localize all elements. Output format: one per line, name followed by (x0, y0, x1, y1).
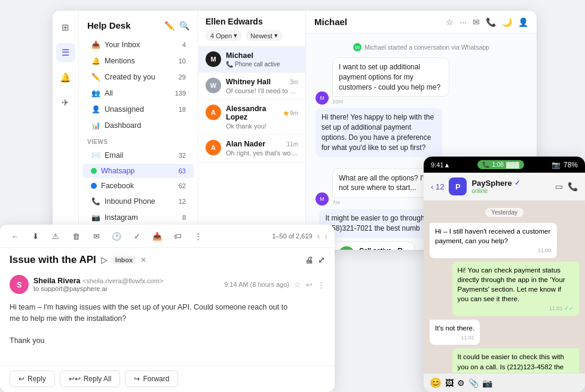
avatar-alessandra: A (206, 105, 221, 120)
back-icon[interactable]: ← (7, 228, 23, 244)
chat-header-actions: ☆ ··· ✉ 📞 🌙 👤 (446, 17, 528, 27)
next-email-icon[interactable]: › (324, 231, 327, 241)
msg-bubble-2: Hi there! Yes happy to help with the set… (316, 108, 442, 157)
sidebar-header-icons: ✏️ 🔍 (164, 21, 189, 30)
unassigned-icon: 👤 (91, 105, 100, 114)
status-time: 9:41▲ (431, 161, 450, 169)
sender-avatar: S (10, 275, 29, 294)
expand-icon[interactable]: ⤢ (318, 255, 325, 265)
nav-whatsapp[interactable]: Whatsapp 63 (82, 164, 194, 178)
x-badge[interactable]: ✕ (140, 256, 146, 264)
instagram-icon: 📷 (91, 213, 100, 222)
sender-info: Sheila Rivera <sheila.rivera@flowfx.com>… (33, 277, 219, 292)
emoji-icon[interactable]: 😊 (430, 377, 442, 388)
nav-mentions[interactable]: 🔔 Mentions 10 (82, 53, 194, 69)
icon-grid[interactable]: ⊞ (56, 18, 75, 37)
reply-button[interactable]: ↩ Reply (10, 370, 55, 387)
sidebar-title: Help Desk (87, 20, 131, 30)
image-icon[interactable]: 🖼 (445, 378, 454, 388)
archive-icon[interactable]: ⬇ (27, 228, 43, 244)
chat-header: Michael ☆ ··· ✉ 📞 🌙 👤 (306, 11, 537, 33)
wa-icon: W (353, 43, 362, 51)
more-email-icon[interactable]: ⋮ (317, 280, 325, 289)
call-info: Call active • R... 1:08 (359, 247, 408, 250)
system-message: W Michael started a conversation via Wha… (316, 43, 527, 51)
check-icon[interactable]: ✓ (129, 228, 145, 244)
nav-instagram[interactable]: 📷 Instagram 8 (82, 210, 194, 225)
nav-facebook[interactable]: Facebook 62 (82, 179, 194, 193)
nav-unassigned[interactable]: 👤 Unassigned 18 (82, 102, 194, 117)
wa-msg-3: It's not there. 11:01 (430, 320, 480, 345)
conv-item-alan[interactable]: A Alan Nader 11m Oh right, yes that's wo… (198, 135, 305, 162)
conv-content-alessandra: Alessandra Lopez ★ 9m Ok thank you! (226, 105, 298, 130)
more-toolbar-icon[interactable]: ⋮ (190, 228, 206, 244)
sender-email-angle: <sheila.rivera@flowfx.com> (82, 277, 163, 284)
facebook-dot (91, 183, 97, 189)
trash-icon[interactable]: 🗑 (68, 228, 84, 244)
attach-icon[interactable]: 📎 (468, 378, 479, 388)
nav-all[interactable]: 👥 All 139 (82, 85, 194, 101)
photo-icon[interactable]: 📷 (482, 378, 492, 388)
icon-inbox[interactable]: ☰ (56, 43, 75, 62)
paysphere-status: online (471, 188, 550, 194)
reply-icon: ↩ (19, 375, 24, 383)
reply-all-button[interactable]: ↩↩ Reply All (60, 370, 121, 387)
email-action-icon[interactable]: ✉ (473, 17, 480, 27)
forward-arrow-icon: ▷ (101, 255, 108, 265)
nav-your-inbox[interactable]: 📥 Your Inbox 4 (82, 37, 194, 53)
mute-icon[interactable]: 🌙 (502, 17, 512, 27)
video-call-icon[interactable]: ▭ (555, 182, 563, 191)
wa-time-2: 11:01 ✓✓ (458, 305, 574, 313)
whatsapp-dot (91, 168, 97, 174)
sticker-icon[interactable]: ⚙ (457, 378, 465, 388)
icon-strip: ⊞ ☰ 🔔 ✈ (53, 11, 79, 250)
nav-dashboard[interactable]: 📊 Dashboard (82, 118, 194, 133)
icon-bell[interactable]: 🔔 (56, 68, 75, 87)
email-window: ← ⬇ ⚠ 🗑 ✉ 🕐 ✓ 📥 🏷 ⋮ 1–50 of 2,619 ‹ › Is… (0, 225, 335, 392)
conversation-list: Ellen Edwards 4 Open ▾ Newest ▾ M Michae… (198, 11, 306, 250)
forward-button[interactable]: ↪ Forward (125, 370, 178, 387)
open-filter[interactable]: 4 Open ▾ (206, 30, 242, 41)
prev-email-icon[interactable]: ‹ (317, 231, 320, 241)
sidebar-header: Help Desk ✏️ 🔍 (79, 17, 198, 36)
nav-email[interactable]: ✉️ Email 32 (82, 148, 194, 163)
back-button[interactable]: ‹ 12 (431, 182, 444, 191)
phone-call-icon[interactable]: 📞 (568, 182, 578, 191)
conv-item-michael[interactable]: M Michael 📞 Phone call active (198, 47, 305, 73)
nav-inbound-phone[interactable]: 📞 Inbound Phone 12 (82, 194, 194, 209)
wa-chat-area: Yesterday Hi – I still haven't received … (424, 201, 585, 373)
avatar-whitney: W (206, 78, 221, 93)
tag-icon[interactable]: 🏷 (170, 228, 185, 244)
contact-name: Ellen Edwards (206, 17, 298, 26)
star-email-icon[interactable]: ☆ (294, 280, 301, 289)
conv-item-alessandra[interactable]: A Alessandra Lopez ★ 9m Ok thank you! (198, 100, 305, 135)
star-action-icon[interactable]: ☆ (446, 17, 454, 27)
reply-quick-icon[interactable]: ↩ (306, 280, 313, 289)
sender-to: to support@paysphere.ai (33, 285, 219, 292)
nav-created-by-you[interactable]: ✏️ Created by you 29 (82, 69, 194, 85)
email-body: Hi team – I'm having issues with the set… (0, 297, 335, 365)
clock-icon[interactable]: 🕐 (109, 228, 124, 244)
phone-input-area: 😊 🖼 ⚙ 📎 📷 (424, 373, 585, 392)
call-action-icon[interactable]: 📞 (486, 17, 496, 27)
email-count: 1–50 of 2,619 (272, 232, 312, 240)
warning-icon[interactable]: ⚠ (48, 228, 63, 244)
search-icon[interactable]: 🔍 (179, 21, 189, 30)
email-toolbar-icon[interactable]: ✉ (88, 228, 104, 244)
msg-bubble-1: I want to set up additional payment opti… (332, 57, 449, 97)
conv-content-michael: Michael 📞 Phone call active (226, 51, 298, 68)
left-sidebar: Help Desk ✏️ 🔍 📥 Your Inbox 4 🔔 Mentions… (79, 11, 198, 250)
label-icon[interactable]: 📥 (149, 228, 165, 244)
camera-status-icon: 📷 (552, 161, 561, 169)
avatar-action[interactable]: 👤 (518, 17, 528, 27)
conv-item-whitney[interactable]: W Whitney Hall 3m Of course! I'll need t… (198, 73, 305, 100)
msg-meta-1: 10m (332, 98, 527, 105)
print-icon[interactable]: 🖨 (305, 255, 313, 265)
paysphere-name: PaySphere ✓ (471, 179, 550, 188)
sort-filter[interactable]: Newest ▾ (246, 30, 283, 41)
edit-icon[interactable]: ✏️ (164, 21, 174, 30)
more-icon[interactable]: ··· (460, 17, 467, 27)
dashboard-icon: 📊 (91, 121, 100, 130)
icon-send[interactable]: ✈ (56, 93, 75, 112)
email-subject: Issue with the API ▷ Inbox ✕ 🖨 ⤢ (10, 254, 325, 266)
